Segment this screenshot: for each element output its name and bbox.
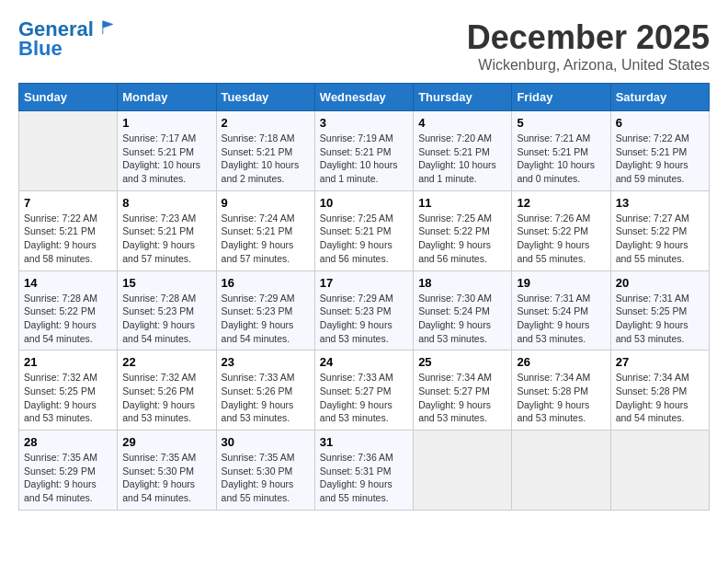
day-number: 1 [122, 116, 210, 130]
calendar-cell: 10Sunrise: 7:25 AMSunset: 5:21 PMDayligh… [314, 190, 413, 270]
calendar-cell: 19Sunrise: 7:31 AMSunset: 5:24 PMDayligh… [512, 270, 610, 350]
day-of-week-header: Tuesday [216, 84, 314, 111]
day-detail: Sunrise: 7:27 AMSunset: 5:22 PMDaylight:… [616, 212, 704, 266]
day-number: 18 [418, 276, 506, 290]
calendar-cell: 23Sunrise: 7:33 AMSunset: 5:26 PMDayligh… [216, 350, 314, 431]
day-detail: Sunrise: 7:26 AMSunset: 5:22 PMDaylight:… [517, 212, 605, 266]
day-detail: Sunrise: 7:34 AMSunset: 5:28 PMDaylight:… [517, 371, 605, 425]
day-detail: Sunrise: 7:32 AMSunset: 5:26 PMDaylight:… [122, 371, 210, 425]
day-number: 26 [517, 355, 605, 369]
day-number: 12 [517, 196, 605, 210]
day-number: 10 [320, 196, 408, 210]
day-number: 24 [320, 355, 408, 369]
day-detail: Sunrise: 7:35 AMSunset: 5:30 PMDaylight:… [122, 451, 210, 505]
day-detail: Sunrise: 7:34 AMSunset: 5:27 PMDaylight:… [418, 371, 506, 425]
day-detail: Sunrise: 7:25 AMSunset: 5:21 PMDaylight:… [320, 212, 408, 266]
day-detail: Sunrise: 7:35 AMSunset: 5:30 PMDaylight:… [222, 451, 310, 505]
day-detail: Sunrise: 7:30 AMSunset: 5:24 PMDaylight:… [418, 292, 506, 346]
calendar-week-row: 21Sunrise: 7:32 AMSunset: 5:25 PMDayligh… [19, 350, 710, 431]
day-detail: Sunrise: 7:25 AMSunset: 5:22 PMDaylight:… [418, 212, 506, 266]
day-of-week-header: Sunday [19, 84, 118, 111]
title-area: December 2025 Wickenburg, Arizona, Unite… [467, 18, 710, 74]
day-number: 11 [418, 196, 506, 210]
day-number: 13 [616, 196, 704, 210]
day-number: 9 [222, 196, 310, 210]
day-number: 4 [418, 116, 506, 130]
calendar-cell [512, 431, 610, 511]
day-detail: Sunrise: 7:18 AMSunset: 5:21 PMDaylight:… [222, 132, 310, 186]
calendar-cell: 5Sunrise: 7:21 AMSunset: 5:21 PMDaylight… [512, 111, 610, 191]
day-number: 28 [24, 435, 112, 449]
calendar-cell [19, 111, 118, 191]
day-number: 23 [222, 355, 310, 369]
calendar-cell: 1Sunrise: 7:17 AMSunset: 5:21 PMDaylight… [118, 111, 216, 191]
day-detail: Sunrise: 7:33 AMSunset: 5:27 PMDaylight:… [320, 371, 408, 425]
day-number: 25 [418, 355, 506, 369]
day-number: 2 [222, 116, 310, 130]
calendar-subtitle: Wickenburg, Arizona, United States [467, 57, 710, 74]
day-detail: Sunrise: 7:22 AMSunset: 5:21 PMDaylight:… [616, 132, 704, 186]
day-detail: Sunrise: 7:19 AMSunset: 5:21 PMDaylight:… [320, 132, 408, 186]
day-number: 22 [122, 355, 210, 369]
calendar-cell: 18Sunrise: 7:30 AMSunset: 5:24 PMDayligh… [414, 270, 512, 350]
day-number: 14 [24, 276, 112, 290]
day-detail: Sunrise: 7:24 AMSunset: 5:21 PMDaylight:… [222, 212, 310, 266]
day-of-week-header: Wednesday [314, 84, 413, 111]
day-of-week-header: Friday [512, 84, 610, 111]
day-number: 8 [122, 196, 210, 210]
calendar-cell: 20Sunrise: 7:31 AMSunset: 5:25 PMDayligh… [610, 270, 709, 350]
calendar-cell: 29Sunrise: 7:35 AMSunset: 5:30 PMDayligh… [118, 431, 216, 511]
calendar-cell: 17Sunrise: 7:29 AMSunset: 5:23 PMDayligh… [314, 270, 413, 350]
calendar-cell: 12Sunrise: 7:26 AMSunset: 5:22 PMDayligh… [512, 190, 610, 270]
calendar-header-row: SundayMondayTuesdayWednesdayThursdayFrid… [19, 84, 710, 111]
calendar-cell: 31Sunrise: 7:36 AMSunset: 5:31 PMDayligh… [314, 431, 413, 511]
day-detail: Sunrise: 7:36 AMSunset: 5:31 PMDaylight:… [320, 451, 408, 505]
day-number: 19 [517, 276, 605, 290]
logo-flag-icon [101, 19, 118, 36]
calendar-cell: 9Sunrise: 7:24 AMSunset: 5:21 PMDaylight… [216, 190, 314, 270]
calendar-cell [414, 431, 512, 511]
day-of-week-header: Monday [118, 84, 216, 111]
day-number: 29 [122, 435, 210, 449]
day-number: 20 [616, 276, 704, 290]
day-number: 15 [122, 276, 210, 290]
calendar-cell: 13Sunrise: 7:27 AMSunset: 5:22 PMDayligh… [610, 190, 709, 270]
calendar-cell: 16Sunrise: 7:29 AMSunset: 5:23 PMDayligh… [216, 270, 314, 350]
day-number: 3 [320, 116, 408, 130]
day-detail: Sunrise: 7:17 AMSunset: 5:21 PMDaylight:… [122, 132, 210, 186]
logo: General Blue [18, 18, 118, 61]
calendar-week-row: 14Sunrise: 7:28 AMSunset: 5:22 PMDayligh… [19, 270, 710, 350]
calendar-cell [610, 431, 709, 511]
header: General Blue December 2025 Wickenburg, A… [18, 18, 710, 74]
day-number: 21 [24, 355, 112, 369]
day-detail: Sunrise: 7:21 AMSunset: 5:21 PMDaylight:… [517, 132, 605, 186]
calendar-cell: 8Sunrise: 7:23 AMSunset: 5:21 PMDaylight… [118, 190, 216, 270]
calendar-week-row: 28Sunrise: 7:35 AMSunset: 5:29 PMDayligh… [19, 431, 710, 511]
day-number: 6 [616, 116, 704, 130]
day-detail: Sunrise: 7:34 AMSunset: 5:28 PMDaylight:… [616, 371, 704, 425]
day-of-week-header: Saturday [610, 84, 709, 111]
day-detail: Sunrise: 7:32 AMSunset: 5:25 PMDaylight:… [24, 371, 112, 425]
day-of-week-header: Thursday [414, 84, 512, 111]
calendar-title: December 2025 [467, 18, 710, 57]
day-detail: Sunrise: 7:28 AMSunset: 5:23 PMDaylight:… [122, 292, 210, 346]
calendar-cell: 21Sunrise: 7:32 AMSunset: 5:25 PMDayligh… [19, 350, 118, 431]
calendar-cell: 14Sunrise: 7:28 AMSunset: 5:22 PMDayligh… [19, 270, 118, 350]
calendar-cell: 25Sunrise: 7:34 AMSunset: 5:27 PMDayligh… [414, 350, 512, 431]
calendar-cell: 22Sunrise: 7:32 AMSunset: 5:26 PMDayligh… [118, 350, 216, 431]
day-detail: Sunrise: 7:29 AMSunset: 5:23 PMDaylight:… [320, 292, 408, 346]
day-number: 27 [616, 355, 704, 369]
calendar-cell: 2Sunrise: 7:18 AMSunset: 5:21 PMDaylight… [216, 111, 314, 191]
day-number: 5 [517, 116, 605, 130]
day-detail: Sunrise: 7:29 AMSunset: 5:23 PMDaylight:… [222, 292, 310, 346]
calendar-cell: 3Sunrise: 7:19 AMSunset: 5:21 PMDaylight… [314, 111, 413, 191]
calendar-cell: 11Sunrise: 7:25 AMSunset: 5:22 PMDayligh… [414, 190, 512, 270]
calendar-cell: 4Sunrise: 7:20 AMSunset: 5:21 PMDaylight… [414, 111, 512, 191]
day-detail: Sunrise: 7:35 AMSunset: 5:29 PMDaylight:… [24, 451, 112, 505]
calendar-table: SundayMondayTuesdayWednesdayThursdayFrid… [18, 83, 710, 511]
day-number: 30 [222, 435, 310, 449]
day-detail: Sunrise: 7:31 AMSunset: 5:25 PMDaylight:… [616, 292, 704, 346]
day-detail: Sunrise: 7:22 AMSunset: 5:21 PMDaylight:… [24, 212, 112, 266]
day-number: 16 [222, 276, 310, 290]
calendar-cell: 6Sunrise: 7:22 AMSunset: 5:21 PMDaylight… [610, 111, 709, 191]
